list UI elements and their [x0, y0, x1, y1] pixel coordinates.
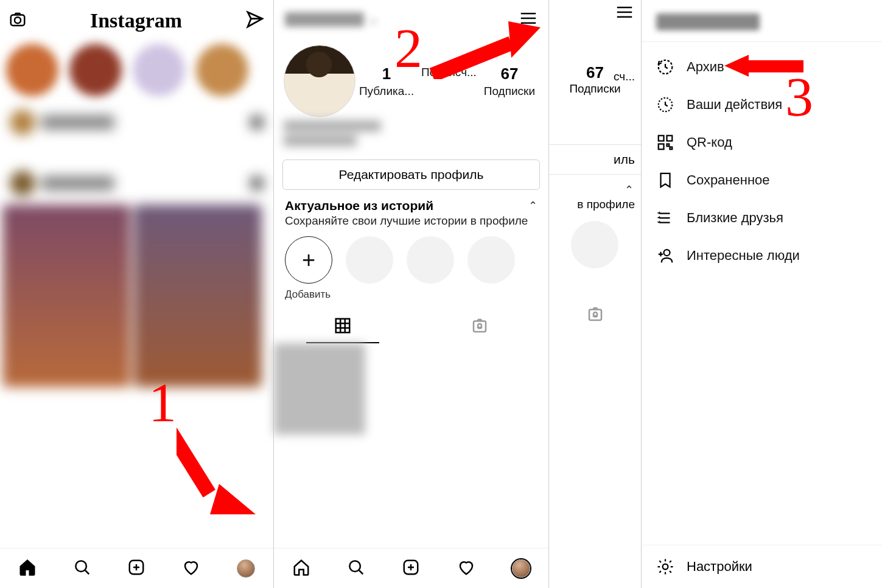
- annotation-arrow-2: [426, 18, 542, 79]
- new-post-icon[interactable]: [402, 558, 420, 579]
- menu-header: [642, 0, 882, 42]
- tagged-tab[interactable]: [411, 308, 549, 343]
- svg-point-9: [478, 324, 481, 327]
- menu-label: Сохраненное: [687, 172, 770, 188]
- menu-label: Близкие друзья: [687, 210, 783, 226]
- direct-messages-icon[interactable]: [245, 10, 265, 32]
- svg-rect-7: [336, 319, 350, 333]
- svg-rect-26: [177, 428, 215, 497]
- menu-label: Интересные люди: [687, 248, 800, 264]
- svg-marker-29: [508, 21, 541, 58]
- svg-rect-23: [670, 147, 673, 150]
- menu-label: Ваши действия: [687, 97, 782, 113]
- following-label: Подписки: [484, 85, 535, 98]
- highlights-title: Актуальное из историй: [285, 198, 433, 213]
- menu-label: Архив: [687, 59, 724, 75]
- svg-point-2: [75, 561, 86, 572]
- settings-menu: Архив Ваши действия QR-код Сохраненное Б…: [642, 0, 882, 588]
- search-icon[interactable]: [73, 558, 91, 579]
- bottom-nav: [0, 548, 273, 588]
- svg-rect-19: [659, 136, 664, 141]
- profile-tab-avatar[interactable]: [512, 559, 530, 578]
- menu-discover-people[interactable]: Интересные люди: [642, 237, 882, 275]
- highlights-subtitle: Сохраняйте свои лучшие истории в профиле: [274, 213, 548, 228]
- menu-label: Настройки: [687, 559, 752, 575]
- highlights-subtitle-partial: в профиле: [549, 197, 641, 212]
- svg-point-1: [15, 17, 21, 23]
- svg-rect-20: [667, 136, 673, 141]
- posts-label: Публика...: [359, 85, 414, 98]
- annotation-arrow-3: [724, 54, 803, 78]
- svg-point-24: [664, 250, 670, 256]
- profile-tab-avatar[interactable]: [237, 559, 255, 578]
- home-icon[interactable]: [18, 558, 37, 579]
- instagram-logo: Instagram: [90, 9, 182, 32]
- feed-header: Instagram: [0, 0, 273, 39]
- svg-rect-21: [659, 144, 664, 150]
- highlight-placeholder: [571, 221, 618, 268]
- post-thumbnail[interactable]: [274, 343, 365, 435]
- profile-tabs: [274, 308, 548, 343]
- chevron-down-icon: ⌄: [369, 13, 378, 26]
- edit-profile-button[interactable]: Редактировать профиль: [282, 159, 540, 190]
- highlight-placeholder: [346, 236, 393, 284]
- post-grid: [274, 343, 548, 435]
- grid-tab[interactable]: [274, 308, 411, 343]
- svg-point-25: [663, 564, 668, 570]
- stories-row[interactable]: [0, 39, 273, 101]
- profile-bio-blurred: [284, 121, 539, 155]
- svg-rect-30: [743, 60, 803, 72]
- activity-heart-icon[interactable]: [182, 558, 200, 579]
- svg-marker-31: [724, 55, 749, 77]
- username-blurred: [656, 13, 760, 30]
- profile-avatar[interactable]: [284, 45, 355, 117]
- menu-close-friends[interactable]: Близкие друзья: [642, 199, 882, 237]
- chevron-up-icon: ⌃: [625, 183, 634, 197]
- feed-post-blurred: [0, 162, 273, 387]
- username-dropdown[interactable]: ⌄: [285, 12, 378, 27]
- highlights-row: +: [274, 228, 548, 286]
- activity-heart-icon[interactable]: [457, 558, 475, 579]
- tagged-tab[interactable]: [549, 305, 641, 323]
- search-icon[interactable]: [347, 558, 365, 579]
- highlight-placeholder: [467, 236, 515, 284]
- menu-qr-code[interactable]: QR-код: [642, 124, 882, 161]
- posts-count: 1: [359, 65, 414, 83]
- following-label: Подписки: [549, 82, 641, 96]
- svg-rect-28: [430, 37, 514, 79]
- svg-point-16: [593, 312, 597, 316]
- hamburger-menu-icon[interactable]: [615, 6, 634, 33]
- menu-settings[interactable]: Настройки: [642, 545, 882, 588]
- feed-post-blurred: [0, 101, 273, 144]
- chevron-up-icon: ⌃: [528, 199, 537, 212]
- menu-your-activity[interactable]: Ваши действия: [642, 86, 882, 124]
- posts-stat[interactable]: 1 Публика...: [359, 65, 414, 98]
- svg-rect-15: [589, 310, 601, 321]
- profile-screen: ⌄ 1 Публика... Подписч... 67 Подписки: [274, 0, 549, 588]
- annotation-arrow-1: [177, 420, 262, 517]
- svg-marker-27: [210, 484, 256, 514]
- menu-saved[interactable]: Сохраненное: [642, 161, 882, 199]
- edit-profile-partial[interactable]: иль: [549, 144, 641, 175]
- svg-rect-8: [474, 321, 486, 332]
- add-highlight-button[interactable]: +: [285, 236, 332, 284]
- home-icon[interactable]: [292, 558, 310, 579]
- camera-icon[interactable]: [9, 10, 27, 31]
- svg-point-10: [350, 561, 361, 572]
- highlights-header[interactable]: Актуальное из историй ⌃: [274, 190, 548, 213]
- add-highlight-label: Добавить: [274, 286, 548, 303]
- svg-rect-22: [667, 144, 670, 147]
- profile-screen-partial: 67 Подписки сч... иль ⌃ в профиле: [549, 0, 642, 588]
- new-post-icon[interactable]: [127, 558, 145, 579]
- bottom-nav: [274, 548, 548, 588]
- menu-label: QR-код: [687, 135, 732, 150]
- highlight-placeholder: [407, 236, 454, 284]
